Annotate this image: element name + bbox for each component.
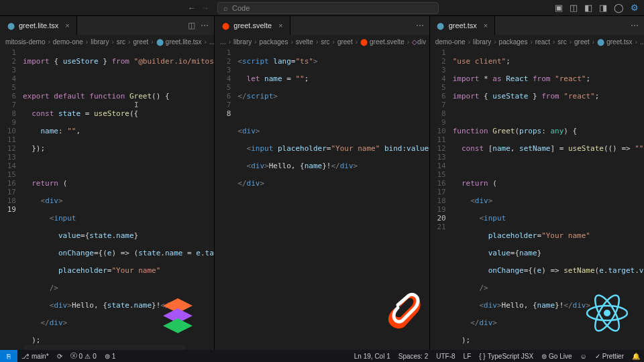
ports-status[interactable]: ⊚1: [105, 353, 116, 360]
radio-icon: ⊚: [105, 353, 110, 360]
line-gutter: 12345678: [215, 48, 237, 350]
close-icon[interactable]: ×: [484, 21, 488, 29]
notifications[interactable]: 🔔: [632, 353, 640, 360]
tab-greet-react[interactable]: ⬤ greet.tsx ×: [430, 16, 496, 35]
language-mode[interactable]: { }TypeScript JSX: [479, 353, 533, 360]
sync-icon: ⟳: [57, 353, 62, 360]
indentation[interactable]: Spaces: 2: [398, 353, 428, 360]
warning-icon: ⚠: [85, 353, 91, 360]
braces-icon: { }: [479, 353, 485, 360]
close-icon[interactable]: ×: [278, 21, 282, 29]
line-gutter: 123456789101112131415161718192021: [430, 48, 453, 350]
eol[interactable]: LF: [464, 353, 472, 360]
bell-icon: 🔔: [632, 353, 640, 360]
more-icon[interactable]: ⋯: [416, 21, 424, 30]
check-icon: ✓: [595, 353, 600, 360]
breadcrumb[interactable]: demo-one› library› packages› react› src›…: [430, 35, 644, 48]
workspace: ⬤ greet.lite.tsx × ◫ ⋯ mitosis-demo› dem…: [0, 16, 644, 350]
account-icon[interactable]: ◯: [614, 3, 624, 13]
go-live[interactable]: ⊚Go Live: [541, 353, 572, 360]
status-bar: ⎘ ⎇main* ⟳ ⓧ0 ⚠0 ⊚1 Ln 19, Col 1 Spaces:…: [0, 350, 644, 362]
mitosis-logo-icon: [158, 295, 198, 335]
layout-sidebar-icon[interactable]: ◧: [584, 3, 592, 13]
breadcrumb[interactable]: mitosis-demo› demo-one› library› src› gr…: [0, 35, 214, 48]
feedback[interactable]: ☺: [580, 353, 587, 360]
tab-label: greet.svelte: [233, 21, 272, 29]
cursor-position[interactable]: Ln 19, Col 1: [354, 353, 390, 360]
problems-status[interactable]: ⓧ0 ⚠0: [70, 351, 97, 361]
svelte-logo-icon: [386, 292, 423, 335]
text-cursor-icon: I: [134, 101, 139, 109]
broadcast-icon: ⊚: [541, 353, 547, 360]
tab-label: greet.tsx: [449, 21, 477, 29]
horizontal-scrollbar[interactable]: [24, 345, 185, 350]
svelte-icon: ⬤: [221, 21, 229, 29]
encoding[interactable]: UTF-8: [436, 353, 455, 360]
nav-back-icon[interactable]: ←: [188, 3, 196, 13]
title-bar: ← → ⌕ Code ▣ ◫ ◧ ◨ ◯ ⚙: [0, 0, 644, 16]
react-icon: ⬤: [437, 21, 445, 29]
nav-forward-icon[interactable]: →: [201, 3, 209, 13]
tab-bar: ⬤ greet.tsx × ⋯: [430, 16, 644, 35]
error-icon: ⓧ: [70, 351, 77, 361]
line-gutter: 12345678910111213141516171819: [0, 48, 23, 350]
feedback-icon: ☺: [580, 353, 587, 360]
react-logo-icon: [584, 292, 631, 335]
git-branch-icon: ⎇: [21, 353, 30, 360]
prettier-status[interactable]: ✓Prettier: [595, 353, 624, 360]
title-bar-actions: ▣ ◫ ◧ ◨ ◯ ⚙: [555, 3, 639, 13]
more-icon[interactable]: ⋯: [631, 21, 639, 30]
tab-bar: ⬤ greet.svelte × ⋯: [215, 16, 429, 35]
more-icon[interactable]: ⋯: [201, 21, 209, 30]
layout-toggle-icon[interactable]: ◨: [599, 3, 607, 13]
tab-greet-lite[interactable]: ⬤ greet.lite.tsx ×: [0, 16, 77, 35]
tab-label: greet.lite.tsx: [19, 21, 58, 29]
settings-gear-icon[interactable]: ⚙: [631, 3, 639, 13]
typescript-icon: ⬤: [7, 21, 15, 29]
branch-status[interactable]: ⎇main*: [21, 353, 49, 360]
tab-bar: ⬤ greet.lite.tsx × ◫ ⋯: [0, 16, 214, 35]
remote-indicator[interactable]: ⎘: [0, 350, 17, 362]
search-placeholder: Code: [232, 4, 250, 12]
layout-panel-icon[interactable]: ◫: [570, 3, 578, 13]
tab-greet-svelte[interactable]: ⬤ greet.svelte ×: [215, 16, 290, 35]
svg-marker-2: [163, 318, 193, 333]
layout-primary-icon[interactable]: ▣: [555, 3, 563, 13]
svg-point-6: [604, 310, 610, 316]
split-editor-icon[interactable]: ◫: [188, 21, 195, 30]
breadcrumb[interactable]: ...› library› packages› svelte› src› gre…: [215, 35, 429, 48]
sync-status[interactable]: ⟳: [57, 353, 62, 360]
command-center[interactable]: ⌕ Code: [217, 2, 439, 14]
close-icon[interactable]: ×: [65, 21, 69, 29]
search-icon: ⌕: [223, 4, 228, 12]
